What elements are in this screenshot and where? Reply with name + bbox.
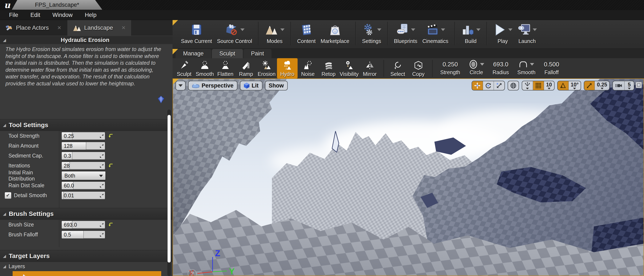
marketplace-button[interactable]: u Marketplace [318,20,352,44]
collapse-icon[interactable]: ◢ [3,254,6,258]
save-current-button[interactable]: Save Current [178,20,214,44]
tutorial-corner-marker[interactable] [172,20,178,26]
section-target-layers[interactable]: ◢ Target Layers [0,250,172,262]
rain-amount-spinbox[interactable]: 128 [62,142,105,150]
grid-snap-value[interactable]: 10 [544,81,554,90]
rain-dist-scale-spinbox[interactable]: 60.0 [62,182,105,190]
tab-paint[interactable]: Paint [244,49,272,58]
tab-landscape[interactable]: Landscape ✕ [67,20,131,36]
tool-hydro[interactable]: Hydro [277,58,298,78]
chevron-down-icon[interactable] [530,63,534,66]
tutorial-corner-marker[interactable] [173,79,178,84]
reset-to-default-icon[interactable] [108,133,114,139]
panel-scrollbar-thumb[interactable] [168,115,171,262]
blueprints-button[interactable]: Blueprints [392,20,420,44]
falloff-shape-control[interactable]: Smooth [513,58,540,78]
close-icon[interactable]: ✕ [57,25,62,31]
chevron-down-icon[interactable] [441,29,445,31]
show-button[interactable]: Show [265,81,288,90]
cinematics-button[interactable]: Cinematics [420,20,451,44]
tutorial-corner-marker[interactable] [172,49,178,54]
maximize-viewport-button[interactable] [636,82,642,88]
tool-mirror[interactable]: Mirror [360,58,380,78]
radius-control[interactable]: 693.0 Radius [488,58,513,78]
tool-retop[interactable]: Retop [318,58,339,78]
play-button[interactable]: Play [490,20,515,44]
viewport-3d[interactable]: Perspective Lit Show [172,78,644,276]
camera-speed-button[interactable] [613,81,625,90]
translate-button[interactable] [472,81,483,90]
tab-sculpt[interactable]: Sculpt [212,49,243,58]
section-brush-settings[interactable]: ◢ Brush Settings [0,208,172,220]
spin-grip-icon[interactable] [100,164,104,168]
tool-noise[interactable]: Noise [298,58,318,78]
panel-scrollbar[interactable] [167,110,171,276]
lit-button[interactable]: Lit [240,81,262,90]
world-local-toggle[interactable] [508,81,518,90]
source-control-button[interactable]: Source Control [214,20,255,44]
chevron-down-icon[interactable] [533,29,537,31]
spin-grip-icon[interactable] [100,144,104,148]
scale-snap-value[interactable]: 0.25 [595,81,609,90]
collapse-icon[interactable]: ◢ [3,264,6,269]
menu-window[interactable]: Window [46,12,79,18]
tab-place-actors[interactable]: Place Actors ✕ [0,20,67,36]
detail-smooth-spinbox[interactable]: 0.01 [62,191,105,199]
rotation-snap-value[interactable]: 10° [569,81,581,90]
spin-grip-icon[interactable] [100,183,104,188]
falloff-control[interactable]: 0.500 Falloff [540,58,564,78]
chevron-down-icon[interactable] [480,63,484,66]
scale-snap-toggle[interactable] [584,81,595,90]
tool-copy[interactable]: Copy [408,58,429,78]
build-button[interactable]: Build [458,20,483,44]
surface-snap-button[interactable] [522,81,533,90]
spin-grip-icon[interactable] [100,134,104,138]
sediment-cap-spinbox[interactable]: 0.3 [62,152,105,160]
strength-control[interactable]: 0.250 Strength [436,58,464,78]
menu-help[interactable]: Help [79,12,103,18]
spin-grip-icon[interactable] [100,154,104,158]
detail-smooth-checkbox[interactable]: ✔ [5,192,11,199]
tab-manage[interactable]: Manage [176,49,211,58]
tool-strength-spinbox[interactable]: 0.25 [62,132,105,140]
section-tool-settings[interactable]: ◢ Tool Settings [0,119,172,131]
level-tab[interactable]: FPS_Landscape* [12,0,102,10]
menu-edit[interactable]: Edit [24,12,46,18]
rotate-button[interactable] [483,81,494,90]
tool-visibility[interactable]: Visibility [339,58,360,78]
target-layer-heightmap[interactable]: Heightmap [13,271,161,276]
iterations-spinbox[interactable]: 28 [62,162,105,170]
spin-grip-icon[interactable] [100,193,104,198]
brush-size-spinbox[interactable]: 693.0 [62,221,105,229]
launch-button[interactable]: Launch [515,20,540,44]
tool-header[interactable]: ◢ Hydraulic Erosion [0,36,172,44]
chevron-down-icon[interactable] [411,29,415,31]
tool-ramp[interactable]: Ramp [236,58,256,78]
chevron-down-icon[interactable] [476,29,480,31]
tool-sculpt[interactable]: Sculpt [174,58,194,78]
menu-file[interactable]: File [3,12,24,18]
collapse-icon[interactable]: ◢ [3,211,6,216]
reset-to-default-icon[interactable] [108,163,114,169]
spin-grip-icon[interactable] [100,233,104,237]
close-icon[interactable]: ✕ [122,25,126,31]
spin-grip-icon[interactable] [100,223,104,227]
brush-falloff-spinbox[interactable]: 0.5 [62,231,105,239]
tool-erosion[interactable]: Erosion [256,58,277,78]
perspective-button[interactable]: Perspective [188,81,238,90]
content-button[interactable]: Content [295,20,318,44]
settings-button[interactable]: Settings [360,20,384,44]
initial-rain-distribution-dropdown[interactable]: Both [62,171,106,180]
layers-group-row[interactable]: ◢ Layers [0,262,172,271]
chevron-down-icon[interactable] [508,29,512,31]
tool-select[interactable]: Select [388,58,408,78]
collapse-icon[interactable]: ◢ [3,123,6,127]
chevron-down-icon[interactable] [240,29,244,31]
tool-flatten[interactable]: Flatten [215,58,236,78]
chevron-down-icon[interactable] [377,29,381,31]
camera-speed-value[interactable]: 5 [625,81,634,90]
scale-button[interactable] [494,81,504,90]
tool-smooth[interactable]: Smooth [194,58,215,78]
grid-snap-toggle[interactable] [533,81,544,90]
modes-button[interactable]: Modes [262,20,287,44]
